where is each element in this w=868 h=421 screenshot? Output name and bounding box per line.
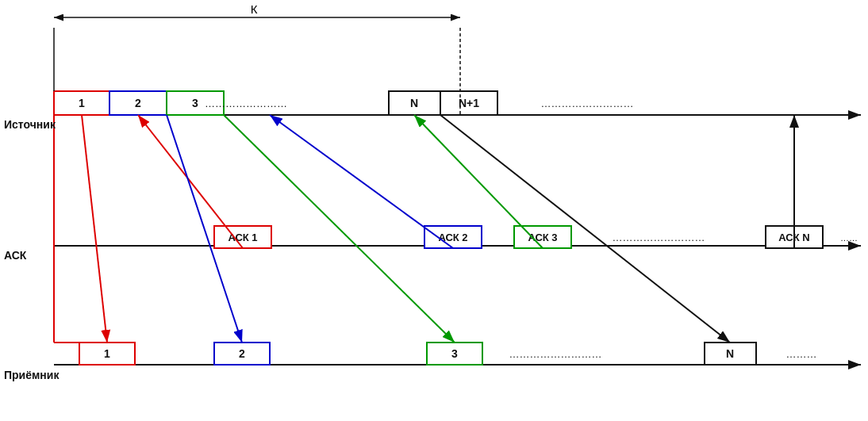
svg-text:АСК 1: АСК 1 — [228, 232, 257, 243]
svg-text:2: 2 — [135, 97, 141, 109]
source-label: Источник — [4, 118, 56, 131]
svg-text:N: N — [726, 347, 734, 360]
svg-text:1: 1 — [79, 97, 85, 109]
svg-line-34 — [270, 115, 453, 248]
svg-line-31 — [82, 115, 107, 343]
svg-text:………………………: ……………………… — [613, 232, 705, 243]
svg-text:3: 3 — [451, 347, 458, 360]
svg-text:……: …… — [840, 233, 858, 243]
svg-text:………………………: ……………………… — [509, 348, 602, 360]
svg-line-37 — [440, 115, 730, 343]
svg-text:………………………: ……………………… — [541, 98, 634, 109]
svg-text:N: N — [410, 97, 418, 109]
svg-text:……………………: …………………… — [205, 98, 287, 109]
k-label: К — [251, 2, 258, 16]
ack-label: АСК — [4, 249, 27, 262]
svg-text:………: ……… — [786, 348, 817, 360]
svg-text:2: 2 — [239, 347, 245, 360]
receiver-label: Приёмник — [4, 369, 60, 381]
svg-line-32 — [138, 115, 243, 248]
diagram-svg: К 1 2 3 …………………… N N+1 ……………………… АСК 1 А… — [0, 0, 868, 421]
svg-text:3: 3 — [192, 97, 198, 109]
svg-text:1: 1 — [104, 347, 110, 360]
svg-text:N+1: N+1 — [459, 97, 479, 109]
